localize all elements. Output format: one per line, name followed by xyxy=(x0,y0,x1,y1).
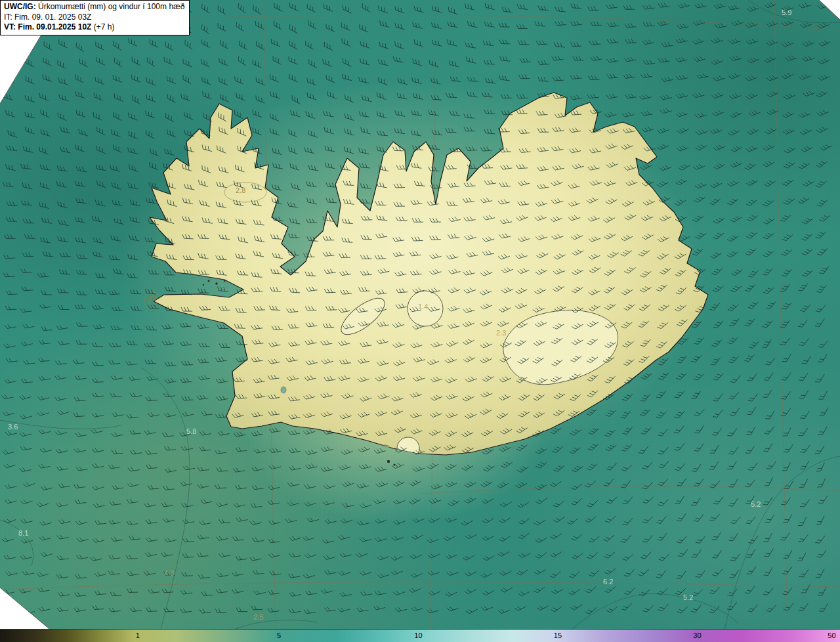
valid-time-line: VT: Fim. 09.01.2025 10Z (+7 h) xyxy=(4,22,184,33)
contour-label: 26 xyxy=(148,295,156,303)
contour-label: 2.5 xyxy=(253,613,263,621)
wind-barb-field xyxy=(2,3,832,614)
colorbar-tick-5: 5 xyxy=(277,630,281,642)
contour-label: 3.6 xyxy=(8,423,18,431)
contour-label: 4.3 xyxy=(164,569,174,577)
title-line: UWC/IG: Úrkomumætti (mm) og vindur í 100… xyxy=(4,2,184,12)
weather-map-screen: 5.92.8261.42.33.65.88.14.35.26.25.22.5 U… xyxy=(0,0,840,642)
colorbar-ticks: 1510153050 xyxy=(0,630,840,642)
contour-label: 2.8 xyxy=(236,186,245,194)
iceland-landmass xyxy=(150,93,708,466)
contour-label: 5.2 xyxy=(683,593,693,601)
map-canvas: 5.92.8261.42.33.65.88.14.35.26.25.22.5 xyxy=(0,0,840,629)
contour-label: 5.8 xyxy=(186,427,196,435)
valid-offset: (+7 h) xyxy=(94,22,115,32)
valid-time: VT: Fim. 09.01.2025 10Z xyxy=(4,22,91,32)
precip-colorbar: 1510153050 xyxy=(0,629,840,642)
contour-label: 5.9 xyxy=(782,9,791,16)
contour-label: 5.2 xyxy=(751,500,761,508)
colorbar-tick-30: 30 xyxy=(693,630,701,642)
contour-label: 8.1 xyxy=(18,529,28,537)
colorbar-tick-10: 10 xyxy=(414,630,422,642)
contour-label: 1.4 xyxy=(418,303,428,310)
contour-label: 2.3 xyxy=(496,329,506,337)
colorbar-tick-15: 15 xyxy=(554,630,562,642)
map-svg: 5.92.8261.42.33.65.88.14.35.26.25.22.5 xyxy=(0,0,840,629)
contour-label: 6.2 xyxy=(603,578,613,586)
model-name: UWC/IG: xyxy=(4,2,36,11)
title-box: UWC/IG: Úrkomumætti (mm) og vindur í 100… xyxy=(0,0,190,35)
map-title: Úrkomumætti (mm) og vindur í 100m hæð xyxy=(38,2,184,11)
init-time-line: IT: Fim. 09. 01. 2025 03Z xyxy=(4,12,184,23)
colorbar-tick-50: 50 xyxy=(828,630,835,642)
colorbar-tick-1: 1 xyxy=(136,630,140,642)
